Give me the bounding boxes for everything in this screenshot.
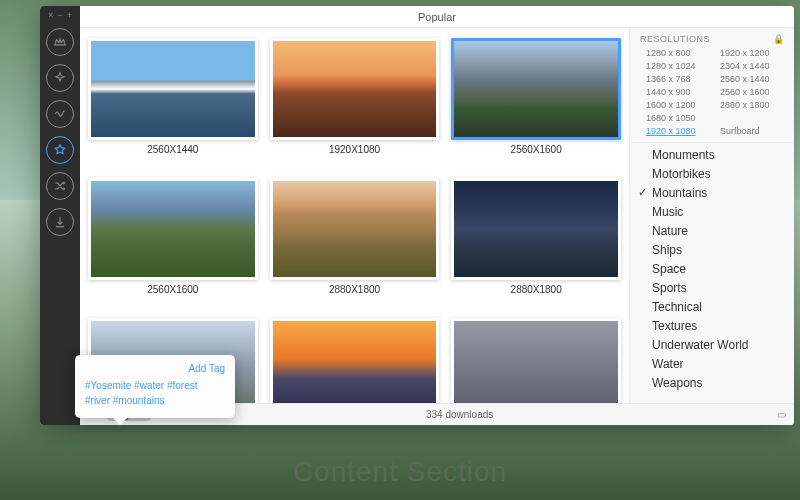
resolution-option [712, 113, 786, 123]
content: 2560X14401920X10802560X16002560X16002880… [80, 28, 794, 403]
resolution-option[interactable]: 2880 x 1800 [712, 100, 786, 110]
tag-list[interactable]: #Yosemite #water #forest #river #mountai… [85, 378, 225, 408]
download-icon[interactable] [46, 208, 74, 236]
wallpaper-thumb[interactable]: 2880X1800 [451, 178, 621, 308]
thumbnail-image[interactable] [270, 178, 440, 280]
category-item[interactable]: Sports [630, 278, 794, 297]
zoom-icon[interactable]: + [67, 10, 72, 20]
category-item[interactable]: Ships [630, 240, 794, 259]
resolution-option[interactable]: 2304 x 1440 [712, 61, 786, 71]
crown-icon[interactable] [46, 28, 74, 56]
resolutions-heading: RESOLUTIONS [640, 34, 710, 44]
resolution-option[interactable]: 1440 x 900 [638, 87, 712, 97]
resolution-option[interactable]: 1280 x 1024 [638, 61, 712, 71]
shuffle-icon[interactable] [46, 172, 74, 200]
category-item[interactable]: Water [630, 354, 794, 373]
resolution-option[interactable]: Surfboard [712, 126, 786, 136]
category-item[interactable]: Nature [630, 221, 794, 240]
resolutions-grid: 1280 x 8001920 x 12001280 x 10242304 x 1… [630, 48, 794, 140]
window-title: Popular [418, 11, 456, 23]
sparkle-icon[interactable] [46, 64, 74, 92]
close-icon[interactable]: × [48, 10, 53, 20]
thumbnail-resolution: 1920X1080 [329, 144, 380, 155]
category-item[interactable]: Weapons [630, 373, 794, 392]
resolution-option[interactable]: 2560 x 1440 [712, 74, 786, 84]
window-controls[interactable]: × − + [48, 10, 72, 20]
add-tag-button[interactable]: Add Tag [85, 363, 225, 374]
category-item[interactable]: Monuments [630, 145, 794, 164]
resolution-option[interactable]: 1280 x 800 [638, 48, 712, 58]
wallpaper-thumb[interactable] [451, 318, 621, 403]
thumbnail-resolution: 2880X1800 [329, 284, 380, 295]
wallpaper-grid: 2560X14401920X10802560X16002560X16002880… [80, 28, 629, 403]
resolution-option[interactable]: 1920 x 1080 [638, 126, 712, 136]
thumbnail-image[interactable] [270, 318, 440, 403]
thumbnail-resolution: 2560X1600 [147, 284, 198, 295]
thumbnail-resolution: 2560X1440 [147, 144, 198, 155]
squiggle-icon[interactable] [46, 100, 74, 128]
category-item[interactable]: Space [630, 259, 794, 278]
category-item[interactable]: Technical [630, 297, 794, 316]
category-item[interactable]: Textures [630, 316, 794, 335]
lock-icon[interactable]: 🔒 [773, 34, 785, 44]
display-icon[interactable]: ▭ [766, 409, 786, 420]
wallpaper-thumb[interactable]: 2560X1600 [451, 38, 621, 168]
category-item[interactable]: Mountains [630, 183, 794, 202]
wallpaper-thumb[interactable] [270, 318, 440, 403]
resolution-option[interactable]: 1366 x 768 [638, 74, 712, 84]
thumbnail-resolution: 2880X1800 [511, 284, 562, 295]
thumbnail-image[interactable] [88, 178, 258, 280]
thumbnail-image[interactable] [88, 38, 258, 140]
star-icon[interactable] [46, 136, 74, 164]
thumbnail-image[interactable] [451, 38, 621, 140]
thumbnail-resolution: 2560X1600 [511, 144, 562, 155]
resolution-option[interactable]: 1680 x 1050 [638, 113, 712, 123]
tags-popover: Add Tag #Yosemite #water #forest #river … [75, 355, 235, 418]
wallpaper-thumb[interactable]: 2880X1800 [270, 178, 440, 308]
category-item[interactable]: Underwater World [630, 335, 794, 354]
sidebar: × − + [40, 6, 80, 425]
titlebar: Popular [80, 6, 794, 28]
category-list: MonumentsMotorbikesMountainsMusicNatureS… [630, 142, 794, 403]
minimize-icon[interactable]: − [57, 10, 62, 20]
thumbnail-image[interactable] [451, 318, 621, 403]
wallpaper-thumb[interactable]: 2560X1440 [88, 38, 258, 168]
thumbnail-image[interactable] [451, 178, 621, 280]
resolution-option[interactable]: 1920 x 1200 [712, 48, 786, 58]
footer-caption: Content Section [0, 456, 800, 488]
category-item[interactable]: Music [630, 202, 794, 221]
right-panel: RESOLUTIONS 🔒 1280 x 8001920 x 12001280 … [629, 28, 794, 403]
category-item[interactable]: Motorbikes [630, 164, 794, 183]
thumbnail-image[interactable] [270, 38, 440, 140]
wallpaper-thumb[interactable]: 2560X1600 [88, 178, 258, 308]
wallpaper-thumb[interactable]: 1920X1080 [270, 38, 440, 168]
resolution-option[interactable]: 1600 x 1200 [638, 100, 712, 110]
download-count: 334 downloads [153, 409, 766, 420]
resolution-option[interactable]: 2560 x 1600 [712, 87, 786, 97]
